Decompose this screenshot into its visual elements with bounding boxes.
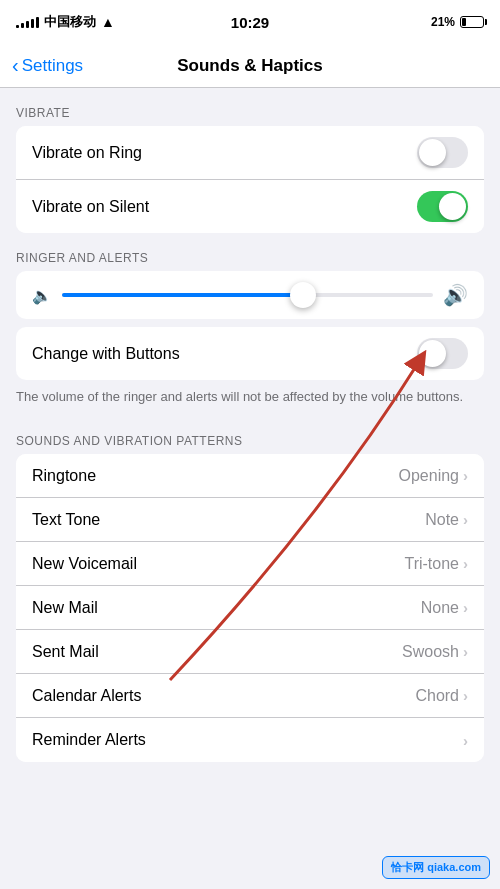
battery-percent: 21% — [431, 15, 455, 29]
new-mail-value: None — [421, 599, 459, 617]
sounds-patterns-group: Ringtone Opening › Text Tone Note › New … — [16, 454, 484, 762]
ringer-slider-section: 🔈 🔊 — [16, 271, 484, 319]
sent-mail-value: Swoosh — [402, 643, 459, 661]
vibrate-on-silent-row: Vibrate on Silent — [16, 180, 484, 233]
signal-icon — [16, 16, 39, 28]
chevron-right-icon: › — [463, 687, 468, 704]
chevron-right-icon: › — [463, 599, 468, 616]
vibrate-on-ring-toggle[interactable] — [417, 137, 468, 168]
page: 中国移动 ▲ 10:29 21% ‹ Settings Sounds & Hap… — [0, 0, 500, 762]
text-tone-value: Note — [425, 511, 459, 529]
status-bar: 中国移动 ▲ 10:29 21% — [0, 0, 500, 44]
chevron-right-icon: › — [463, 555, 468, 572]
new-voicemail-label: New Voicemail — [32, 555, 137, 573]
back-button[interactable]: ‹ Settings — [12, 55, 83, 77]
new-voicemail-value-container: Tri-tone › — [404, 555, 468, 573]
status-bar-left: 中国移动 ▲ — [16, 13, 115, 31]
sent-mail-row[interactable]: Sent Mail Swoosh › — [16, 630, 484, 674]
change-with-buttons-label: Change with Buttons — [32, 345, 180, 363]
nav-bar: ‹ Settings Sounds & Haptics — [0, 44, 500, 88]
page-title: Sounds & Haptics — [177, 56, 322, 76]
status-bar-right: 21% — [431, 15, 484, 29]
ringtone-value: Opening — [399, 467, 460, 485]
change-with-buttons-toggle[interactable] — [417, 338, 468, 369]
ringtone-row[interactable]: Ringtone Opening › — [16, 454, 484, 498]
back-chevron-icon: ‹ — [12, 54, 19, 77]
vibrate-group: Vibrate on Ring Vibrate on Silent — [16, 126, 484, 233]
reminder-alerts-value-container: › — [459, 732, 468, 749]
text-tone-row[interactable]: Text Tone Note › — [16, 498, 484, 542]
new-voicemail-value: Tri-tone — [404, 555, 459, 573]
calendar-alerts-row[interactable]: Calendar Alerts Chord › — [16, 674, 484, 718]
new-mail-value-container: None › — [421, 599, 468, 617]
carrier-name: 中国移动 — [44, 13, 96, 31]
status-time: 10:29 — [231, 14, 269, 31]
slider-fill — [62, 293, 303, 297]
reminder-alerts-row[interactable]: Reminder Alerts › — [16, 718, 484, 762]
text-tone-label: Text Tone — [32, 511, 100, 529]
change-with-buttons-row: Change with Buttons — [16, 327, 484, 380]
sent-mail-label: Sent Mail — [32, 643, 99, 661]
vibrate-section-label: VIBRATE — [0, 88, 500, 126]
toggle-knob — [419, 340, 446, 367]
slider-thumb[interactable] — [290, 282, 316, 308]
battery-icon — [460, 16, 484, 28]
vibrate-on-silent-toggle[interactable] — [417, 191, 468, 222]
ringer-section-label: RINGER AND ALERTS — [0, 233, 500, 271]
sent-mail-value-container: Swoosh › — [402, 643, 468, 661]
chevron-right-icon: › — [463, 643, 468, 660]
vibrate-on-ring-row: Vibrate on Ring — [16, 126, 484, 180]
back-label: Settings — [22, 56, 83, 76]
text-tone-value-container: Note › — [425, 511, 468, 529]
chevron-right-icon: › — [463, 732, 468, 749]
chevron-right-icon: › — [463, 467, 468, 484]
calendar-alerts-value-container: Chord › — [415, 687, 468, 705]
calendar-alerts-label: Calendar Alerts — [32, 687, 141, 705]
ringer-slider[interactable] — [62, 293, 433, 297]
ringtone-value-container: Opening › — [399, 467, 469, 485]
watermark: 恰卡网 qiaka.com — [382, 856, 490, 879]
volume-high-icon: 🔊 — [443, 283, 468, 307]
calendar-alerts-value: Chord — [415, 687, 459, 705]
vibrate-on-ring-label: Vibrate on Ring — [32, 144, 142, 162]
toggle-knob — [419, 139, 446, 166]
volume-low-icon: 🔈 — [32, 286, 52, 305]
vibrate-on-silent-label: Vibrate on Silent — [32, 198, 149, 216]
new-mail-label: New Mail — [32, 599, 98, 617]
new-voicemail-row[interactable]: New Voicemail Tri-tone › — [16, 542, 484, 586]
ringer-description: The volume of the ringer and alerts will… — [0, 380, 500, 416]
toggle-knob — [439, 193, 466, 220]
ringtone-label: Ringtone — [32, 467, 96, 485]
reminder-alerts-label: Reminder Alerts — [32, 731, 146, 749]
change-with-buttons-group: Change with Buttons — [16, 327, 484, 380]
chevron-right-icon: › — [463, 511, 468, 528]
new-mail-row[interactable]: New Mail None › — [16, 586, 484, 630]
sounds-section-label: SOUNDS AND VIBRATION PATTERNS — [0, 416, 500, 454]
ringer-slider-row: 🔈 🔊 — [32, 283, 468, 307]
wifi-icon: ▲ — [101, 14, 115, 30]
